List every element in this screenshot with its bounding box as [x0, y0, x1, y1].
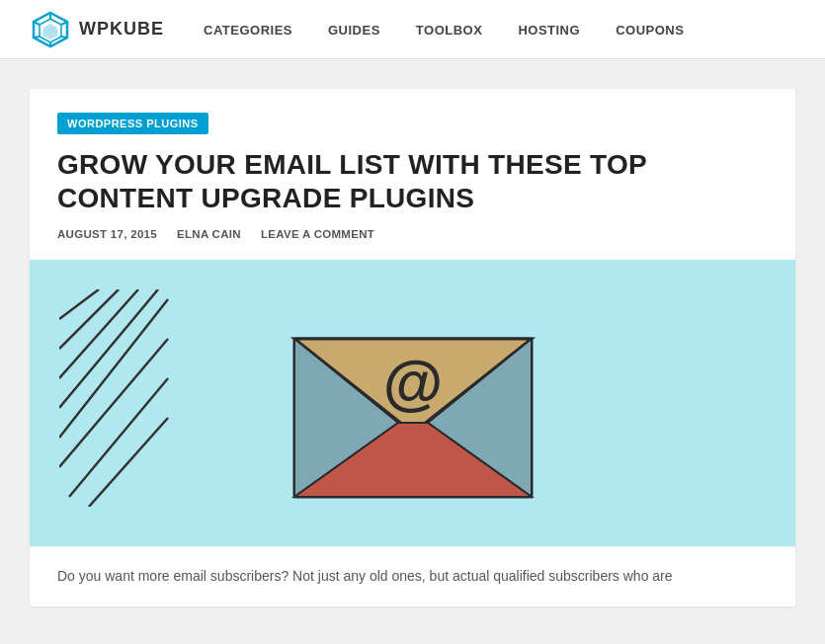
logo-text: WPKUBE	[79, 19, 164, 40]
meta-comment-link[interactable]: LEAVE A COMMENT	[261, 228, 374, 240]
article-hero-image: @	[30, 260, 795, 546]
category-badge[interactable]: WORDPRESS PLUGINS	[57, 113, 208, 134]
article-header: WORDPRESS PLUGINS GROW YOUR EMAIL LIST W…	[30, 89, 795, 260]
svg-line-16	[89, 418, 168, 507]
svg-text:@: @	[382, 348, 442, 416]
nav-links: CATEGORIES GUIDES TOOLBOX HOSTING COUPON…	[204, 21, 684, 39]
article-excerpt: Do you want more email subscribers? Not …	[30, 546, 795, 606]
article-card: WORDPRESS PLUGINS GROW YOUR EMAIL LIST W…	[30, 89, 795, 606]
nav-coupons[interactable]: COUPONS	[616, 23, 684, 38]
nav-guides[interactable]: GUIDES	[328, 23, 380, 38]
meta-author[interactable]: ELNA CAIN	[177, 228, 241, 240]
nav-categories[interactable]: CATEGORIES	[204, 23, 292, 38]
article-title: GROW YOUR EMAIL LIST WITH THESE TOP CONT…	[57, 148, 768, 214]
envelope-illustration: @	[245, 280, 581, 526]
svg-line-11	[59, 289, 138, 378]
svg-line-13	[59, 299, 168, 438]
svg-line-14	[59, 339, 168, 467]
logo-icon	[30, 9, 71, 50]
svg-marker-2	[43, 24, 57, 40]
page-content: WORDPRESS PLUGINS GROW YOUR EMAIL LIST W…	[0, 59, 825, 626]
meta-date: AUGUST 17, 2015	[57, 228, 157, 240]
svg-line-5	[61, 37, 67, 38]
nav-hosting[interactable]: HOSTING	[518, 23, 580, 38]
nav-toolbox[interactable]: TOOLBOX	[416, 23, 483, 38]
excerpt-text: Do you want more email subscribers? Not …	[57, 565, 768, 589]
decorative-lines	[59, 289, 178, 507]
logo-link[interactable]: WPKUBE	[30, 9, 164, 50]
article-meta: AUGUST 17, 2015 ELNA CAIN LEAVE A COMMEN…	[57, 228, 768, 240]
navbar: WPKUBE CATEGORIES GUIDES TOOLBOX HOSTING…	[0, 0, 825, 59]
svg-line-7	[34, 37, 40, 38]
